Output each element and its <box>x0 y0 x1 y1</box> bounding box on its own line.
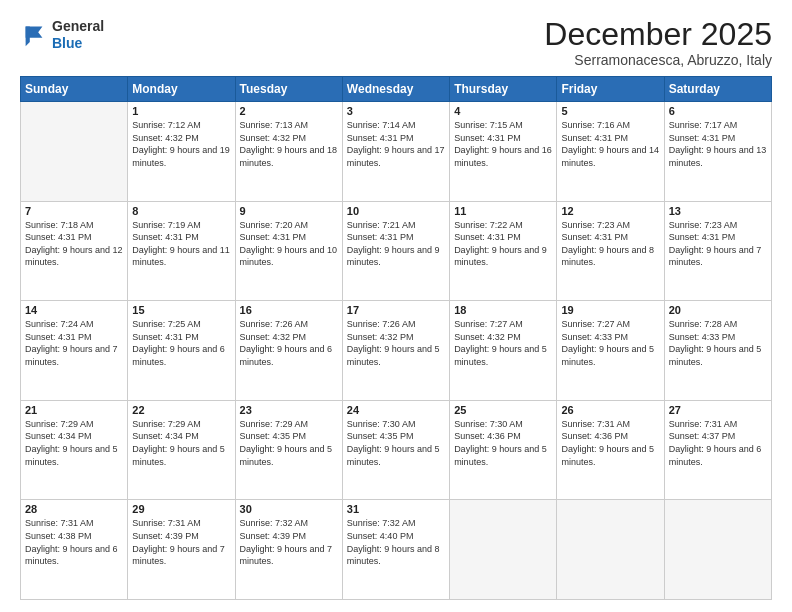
day-info: Sunrise: 7:25 AMSunset: 4:31 PMDaylight:… <box>132 318 230 368</box>
calendar-day-cell: 21Sunrise: 7:29 AMSunset: 4:34 PMDayligh… <box>21 400 128 500</box>
calendar-day-cell: 9Sunrise: 7:20 AMSunset: 4:31 PMDaylight… <box>235 201 342 301</box>
calendar-week-row: 7Sunrise: 7:18 AMSunset: 4:31 PMDaylight… <box>21 201 772 301</box>
day-number: 26 <box>561 404 659 416</box>
day-info: Sunrise: 7:12 AMSunset: 4:32 PMDaylight:… <box>132 119 230 169</box>
day-info: Sunrise: 7:27 AMSunset: 4:32 PMDaylight:… <box>454 318 552 368</box>
weekday-header: Thursday <box>450 77 557 102</box>
day-number: 21 <box>25 404 123 416</box>
day-info: Sunrise: 7:31 AMSunset: 4:37 PMDaylight:… <box>669 418 767 468</box>
calendar-day-cell <box>664 500 771 600</box>
day-number: 7 <box>25 205 123 217</box>
weekday-header: Tuesday <box>235 77 342 102</box>
day-info: Sunrise: 7:14 AMSunset: 4:31 PMDaylight:… <box>347 119 445 169</box>
calendar-day-cell: 18Sunrise: 7:27 AMSunset: 4:32 PMDayligh… <box>450 301 557 401</box>
day-number: 9 <box>240 205 338 217</box>
day-info: Sunrise: 7:23 AMSunset: 4:31 PMDaylight:… <box>669 219 767 269</box>
weekday-header: Monday <box>128 77 235 102</box>
day-info: Sunrise: 7:21 AMSunset: 4:31 PMDaylight:… <box>347 219 445 269</box>
day-number: 25 <box>454 404 552 416</box>
weekday-row: SundayMondayTuesdayWednesdayThursdayFrid… <box>21 77 772 102</box>
calendar-day-cell: 31Sunrise: 7:32 AMSunset: 4:40 PMDayligh… <box>342 500 449 600</box>
calendar-day-cell <box>557 500 664 600</box>
day-number: 10 <box>347 205 445 217</box>
day-info: Sunrise: 7:23 AMSunset: 4:31 PMDaylight:… <box>561 219 659 269</box>
logo-line2: Blue <box>52 35 104 52</box>
day-number: 16 <box>240 304 338 316</box>
day-info: Sunrise: 7:32 AMSunset: 4:39 PMDaylight:… <box>240 517 338 567</box>
weekday-header: Sunday <box>21 77 128 102</box>
calendar-day-cell: 20Sunrise: 7:28 AMSunset: 4:33 PMDayligh… <box>664 301 771 401</box>
day-info: Sunrise: 7:18 AMSunset: 4:31 PMDaylight:… <box>25 219 123 269</box>
calendar-day-cell: 2Sunrise: 7:13 AMSunset: 4:32 PMDaylight… <box>235 102 342 202</box>
calendar-day-cell: 14Sunrise: 7:24 AMSunset: 4:31 PMDayligh… <box>21 301 128 401</box>
day-info: Sunrise: 7:13 AMSunset: 4:32 PMDaylight:… <box>240 119 338 169</box>
day-info: Sunrise: 7:26 AMSunset: 4:32 PMDaylight:… <box>347 318 445 368</box>
calendar-body: 1Sunrise: 7:12 AMSunset: 4:32 PMDaylight… <box>21 102 772 600</box>
day-info: Sunrise: 7:24 AMSunset: 4:31 PMDaylight:… <box>25 318 123 368</box>
day-info: Sunrise: 7:31 AMSunset: 4:38 PMDaylight:… <box>25 517 123 567</box>
logo-icon <box>20 21 48 49</box>
calendar-day-cell: 11Sunrise: 7:22 AMSunset: 4:31 PMDayligh… <box>450 201 557 301</box>
day-info: Sunrise: 7:29 AMSunset: 4:35 PMDaylight:… <box>240 418 338 468</box>
day-number: 19 <box>561 304 659 316</box>
day-info: Sunrise: 7:15 AMSunset: 4:31 PMDaylight:… <box>454 119 552 169</box>
day-number: 31 <box>347 503 445 515</box>
day-number: 22 <box>132 404 230 416</box>
day-number: 2 <box>240 105 338 117</box>
day-number: 1 <box>132 105 230 117</box>
calendar-day-cell: 17Sunrise: 7:26 AMSunset: 4:32 PMDayligh… <box>342 301 449 401</box>
day-number: 11 <box>454 205 552 217</box>
weekday-header: Saturday <box>664 77 771 102</box>
day-info: Sunrise: 7:29 AMSunset: 4:34 PMDaylight:… <box>132 418 230 468</box>
calendar-day-cell: 6Sunrise: 7:17 AMSunset: 4:31 PMDaylight… <box>664 102 771 202</box>
calendar-day-cell: 10Sunrise: 7:21 AMSunset: 4:31 PMDayligh… <box>342 201 449 301</box>
calendar-day-cell: 16Sunrise: 7:26 AMSunset: 4:32 PMDayligh… <box>235 301 342 401</box>
calendar-day-cell: 24Sunrise: 7:30 AMSunset: 4:35 PMDayligh… <box>342 400 449 500</box>
day-number: 4 <box>454 105 552 117</box>
day-number: 23 <box>240 404 338 416</box>
calendar-header: SundayMondayTuesdayWednesdayThursdayFrid… <box>21 77 772 102</box>
title-block: December 2025 Serramonacesca, Abruzzo, I… <box>544 18 772 68</box>
calendar-day-cell: 12Sunrise: 7:23 AMSunset: 4:31 PMDayligh… <box>557 201 664 301</box>
day-info: Sunrise: 7:30 AMSunset: 4:36 PMDaylight:… <box>454 418 552 468</box>
calendar-day-cell: 30Sunrise: 7:32 AMSunset: 4:39 PMDayligh… <box>235 500 342 600</box>
header: General Blue December 2025 Serramonacesc… <box>20 18 772 68</box>
day-number: 18 <box>454 304 552 316</box>
calendar-week-row: 21Sunrise: 7:29 AMSunset: 4:34 PMDayligh… <box>21 400 772 500</box>
day-info: Sunrise: 7:29 AMSunset: 4:34 PMDaylight:… <box>25 418 123 468</box>
day-info: Sunrise: 7:19 AMSunset: 4:31 PMDaylight:… <box>132 219 230 269</box>
page: General Blue December 2025 Serramonacesc… <box>0 0 792 612</box>
calendar-day-cell <box>450 500 557 600</box>
day-number: 30 <box>240 503 338 515</box>
day-info: Sunrise: 7:28 AMSunset: 4:33 PMDaylight:… <box>669 318 767 368</box>
day-number: 14 <box>25 304 123 316</box>
day-info: Sunrise: 7:16 AMSunset: 4:31 PMDaylight:… <box>561 119 659 169</box>
calendar-week-row: 28Sunrise: 7:31 AMSunset: 4:38 PMDayligh… <box>21 500 772 600</box>
calendar-table: SundayMondayTuesdayWednesdayThursdayFrid… <box>20 76 772 600</box>
day-number: 28 <box>25 503 123 515</box>
day-number: 12 <box>561 205 659 217</box>
day-info: Sunrise: 7:26 AMSunset: 4:32 PMDaylight:… <box>240 318 338 368</box>
day-info: Sunrise: 7:20 AMSunset: 4:31 PMDaylight:… <box>240 219 338 269</box>
day-number: 13 <box>669 205 767 217</box>
calendar-day-cell: 25Sunrise: 7:30 AMSunset: 4:36 PMDayligh… <box>450 400 557 500</box>
day-info: Sunrise: 7:32 AMSunset: 4:40 PMDaylight:… <box>347 517 445 567</box>
day-number: 17 <box>347 304 445 316</box>
calendar-week-row: 1Sunrise: 7:12 AMSunset: 4:32 PMDaylight… <box>21 102 772 202</box>
day-info: Sunrise: 7:31 AMSunset: 4:39 PMDaylight:… <box>132 517 230 567</box>
logo: General Blue <box>20 18 104 52</box>
calendar-day-cell: 5Sunrise: 7:16 AMSunset: 4:31 PMDaylight… <box>557 102 664 202</box>
calendar-day-cell: 4Sunrise: 7:15 AMSunset: 4:31 PMDaylight… <box>450 102 557 202</box>
day-number: 3 <box>347 105 445 117</box>
calendar-day-cell: 28Sunrise: 7:31 AMSunset: 4:38 PMDayligh… <box>21 500 128 600</box>
calendar-day-cell: 1Sunrise: 7:12 AMSunset: 4:32 PMDaylight… <box>128 102 235 202</box>
day-number: 8 <box>132 205 230 217</box>
day-info: Sunrise: 7:31 AMSunset: 4:36 PMDaylight:… <box>561 418 659 468</box>
weekday-header: Wednesday <box>342 77 449 102</box>
calendar-day-cell: 3Sunrise: 7:14 AMSunset: 4:31 PMDaylight… <box>342 102 449 202</box>
calendar-day-cell: 27Sunrise: 7:31 AMSunset: 4:37 PMDayligh… <box>664 400 771 500</box>
calendar-week-row: 14Sunrise: 7:24 AMSunset: 4:31 PMDayligh… <box>21 301 772 401</box>
day-info: Sunrise: 7:17 AMSunset: 4:31 PMDaylight:… <box>669 119 767 169</box>
day-info: Sunrise: 7:30 AMSunset: 4:35 PMDaylight:… <box>347 418 445 468</box>
location-subtitle: Serramonacesca, Abruzzo, Italy <box>544 52 772 68</box>
